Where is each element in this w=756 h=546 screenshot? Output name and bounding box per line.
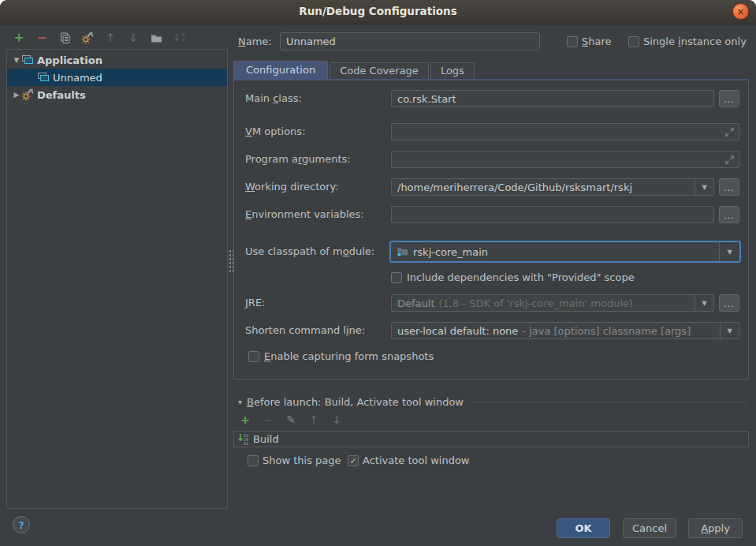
jre-combo[interactable]: Default (1.8 - SDK of 'rskj-core_main' m… (391, 294, 714, 312)
tab-configuration[interactable]: Configuration (233, 61, 328, 79)
remove-task-button[interactable]: − (262, 413, 274, 426)
close-icon: × (736, 6, 744, 17)
classpath-module-combo[interactable]: rskj-core_main ▼ (389, 241, 741, 263)
expand-field-icon[interactable] (724, 155, 735, 165)
tab-bar: Configuration Code Coverage Logs (233, 61, 749, 80)
ellipsis-icon: … (724, 181, 735, 193)
classpath-module-dropdown[interactable]: ▼ (719, 242, 739, 261)
shorten-command-line-combo[interactable]: user-local default: none - java [options… (391, 322, 739, 339)
remove-configuration-button[interactable]: − (35, 32, 48, 44)
before-launch-task-build[interactable]: 01 10 01 Build (233, 431, 749, 447)
include-provided-checkbox[interactable] (391, 272, 402, 283)
module-icon (397, 246, 408, 257)
working-directory-label: Working directory: (245, 178, 339, 196)
activate-tool-window-checkbox[interactable]: ✓ (348, 455, 359, 466)
main-class-label: Main class: (245, 90, 302, 107)
tree-item-label: Unnamed (53, 72, 102, 84)
cancel-button[interactable]: Cancel (623, 518, 676, 538)
tree-item-defaults[interactable]: ▶ Defaults (7, 86, 227, 103)
classpath-module-label: Use classpath of module: (245, 243, 374, 260)
tree-collapsed-icon[interactable]: ▶ (12, 91, 21, 99)
plus-icon: + (240, 413, 250, 426)
environment-variables-field[interactable] (391, 206, 714, 223)
folder-icon (151, 33, 162, 43)
jre-dropdown[interactable]: ▼ (695, 295, 713, 311)
move-down-button[interactable]: ↓ (127, 32, 140, 44)
move-up-button[interactable]: ↑ (104, 32, 117, 44)
wrench-gear-icon (81, 32, 94, 44)
section-collapse-icon[interactable]: ▾ (238, 398, 242, 406)
add-task-button[interactable]: + (239, 413, 251, 426)
tree-item-application[interactable]: ▼ Application (7, 51, 227, 69)
check-icon: ✓ (349, 457, 356, 466)
sort-az-icon: a z (181, 32, 184, 43)
svg-text:01: 01 (244, 441, 248, 446)
ellipsis-icon: … (724, 93, 735, 105)
edit-task-button[interactable]: ✎ (285, 413, 297, 426)
application-icon (37, 72, 50, 83)
help-button[interactable]: ? (13, 516, 30, 533)
single-instance-checkbox[interactable] (628, 36, 639, 47)
program-arguments-field[interactable] (391, 151, 739, 168)
environment-variables-browse-button[interactable]: … (719, 206, 739, 223)
configuration-panel: Main class: co.rsk.Start … VM options: P… (233, 80, 749, 380)
apply-button[interactable]: Apply (688, 518, 743, 538)
sort-configurations-button[interactable]: ↓ a z (173, 32, 184, 43)
tree-item-unnamed[interactable]: Unnamed (7, 69, 227, 86)
pencil-icon: ✎ (286, 413, 296, 426)
expand-field-icon[interactable] (724, 127, 735, 137)
configurations-toolbar: + − ↑ ↓ ↓ a (6, 28, 228, 47)
ok-button[interactable]: OK (557, 518, 610, 538)
main-class-field[interactable]: co.rsk.Start (391, 90, 714, 107)
edit-defaults-button[interactable] (81, 32, 94, 44)
working-directory-dropdown[interactable]: ▼ (695, 179, 713, 195)
name-label: Name: (238, 33, 272, 50)
plus-icon: + (14, 32, 24, 44)
ellipsis-icon: … (724, 297, 735, 309)
shorten-command-line-dropdown[interactable]: ▼ (720, 323, 739, 338)
copy-icon (59, 32, 71, 44)
task-move-down-button[interactable]: ↓ (330, 413, 343, 426)
tree-item-label: Application (37, 54, 102, 66)
chevron-down-icon: ▼ (727, 327, 732, 335)
task-label: Build (253, 433, 279, 445)
name-input[interactable] (280, 32, 540, 50)
before-launch-title: Before launch: Build, Activate tool wind… (247, 396, 464, 408)
sort-arrow-icon: ↓ (173, 32, 181, 43)
add-configuration-button[interactable]: + (13, 32, 25, 44)
minus-icon: − (263, 413, 273, 426)
section-rule (471, 402, 747, 402)
create-folder-button[interactable] (150, 32, 162, 44)
ellipsis-icon: … (724, 209, 735, 221)
capture-snapshots-checkbox[interactable] (248, 351, 259, 362)
main-class-browse-button[interactable]: … (719, 90, 739, 107)
vm-options-label: VM options: (245, 123, 306, 140)
page-title: Run/Debug Configurations (0, 5, 756, 17)
arrow-down-icon: ↓ (128, 32, 139, 44)
task-move-up-button[interactable]: ↑ (307, 413, 320, 426)
build-icon: 01 10 01 (237, 432, 250, 446)
minus-icon: − (37, 32, 47, 44)
close-button[interactable]: × (732, 3, 749, 20)
show-this-page-checkbox[interactable] (248, 455, 259, 466)
working-directory-browse-button[interactable]: … (719, 178, 739, 196)
tab-code-coverage[interactable]: Code Coverage (330, 62, 429, 79)
shorten-command-line-label: Shorten command line: (245, 322, 365, 339)
working-directory-combo[interactable]: /home/meriherrera/Code/Github/rsksmart/r… (391, 178, 714, 196)
configurations-tree: ▼ Application Unnamed ▶ Defaults (6, 49, 228, 509)
copy-configuration-button[interactable] (58, 32, 71, 44)
tab-logs[interactable]: Logs (430, 62, 475, 79)
vm-options-field[interactable] (391, 123, 739, 140)
chevron-down-icon: ▼ (727, 249, 732, 256)
wrench-gear-icon (21, 88, 34, 101)
application-icon (21, 54, 34, 65)
jre-browse-button[interactable]: … (719, 294, 739, 312)
tree-item-label: Defaults (37, 89, 86, 101)
chevron-down-icon: ▼ (702, 184, 706, 191)
before-launch-header: ▾ Before launch: Build, Activate tool wi… (238, 395, 747, 409)
single-instance-label: Single instance only (643, 33, 747, 50)
environment-variables-label: Environment variables: (245, 206, 364, 223)
share-checkbox[interactable] (567, 36, 578, 47)
tree-expanded-icon[interactable]: ▼ (12, 56, 21, 64)
run-debug-configurations-dialog: Run/Debug Configurations × + − ↑ ↓ (0, 0, 756, 546)
